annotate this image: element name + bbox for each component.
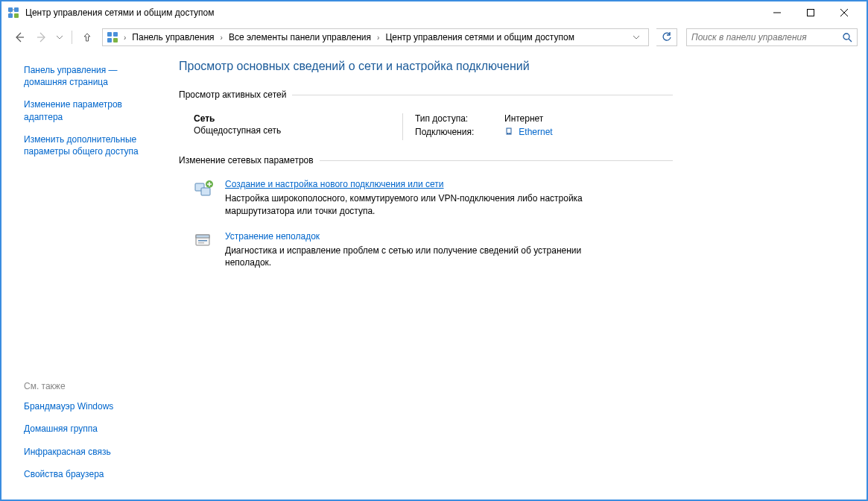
see-also-homegroup[interactable]: Домашняя группа [24, 423, 149, 435]
recent-dropdown-icon[interactable] [55, 34, 64, 40]
troubleshoot-icon [194, 231, 215, 252]
back-button[interactable] [10, 28, 28, 46]
task-new-connection-link[interactable]: Создание и настройка нового подключения … [225, 179, 627, 189]
breadcrumb-all-items[interactable]: Все элементы панели управления [226, 31, 374, 44]
search-box[interactable] [686, 28, 858, 46]
sidebar-link-home[interactable]: Панель управления — домашняя страница [24, 64, 149, 88]
access-type-value: Интернет [504, 113, 543, 124]
svg-rect-28 [196, 235, 209, 238]
svg-rect-30 [198, 242, 204, 244]
task-troubleshoot-desc: Диагностика и исправление проблем с сеть… [225, 245, 627, 270]
task-new-connection-desc: Настройка широкополосного, коммутируемог… [225, 192, 627, 218]
svg-line-17 [849, 39, 852, 42]
address-dropdown-icon[interactable] [633, 34, 647, 40]
svg-rect-12 [107, 32, 112, 37]
chevron-right-icon[interactable]: › [219, 34, 224, 42]
page-heading: Просмотр основных сведений о сети и наст… [179, 60, 837, 73]
svg-rect-23 [201, 188, 210, 195]
connections-label: Подключения: [415, 127, 504, 137]
svg-rect-3 [14, 13, 19, 18]
see-also-infrared[interactable]: Инфракрасная связь [24, 446, 149, 458]
sidebar-link-adapter-settings[interactable]: Изменение параметров адаптера [24, 98, 149, 122]
see-also-header: См. также [24, 381, 149, 391]
refresh-button[interactable] [656, 28, 677, 46]
search-icon[interactable] [843, 33, 852, 42]
minimize-button[interactable] [760, 2, 793, 23]
forward-button[interactable] [33, 28, 51, 46]
breadcrumb-control-panel[interactable]: Панель управления [129, 31, 217, 44]
access-type-label: Тип доступа: [415, 113, 504, 124]
new-connection-icon [194, 179, 215, 200]
svg-rect-29 [198, 240, 207, 242]
up-button[interactable] [80, 30, 95, 45]
navbar: › Панель управления › Все элементы панел… [1, 24, 867, 51]
svg-rect-0 [8, 7, 13, 12]
titlebar: Центр управления сетями и общим доступом [1, 1, 867, 24]
search-input[interactable] [691, 32, 843, 42]
content-area: Просмотр основных сведений о сети и наст… [158, 51, 867, 500]
address-bar[interactable]: › Панель управления › Все элементы панел… [102, 28, 649, 46]
svg-rect-15 [113, 38, 118, 42]
see-also-browser-properties[interactable]: Свойства браузера [24, 468, 149, 480]
network-type: Общедоступная сеть [194, 125, 402, 136]
ethernet-icon [504, 127, 513, 136]
address-icon [106, 31, 119, 44]
network-name: Сеть [194, 113, 402, 124]
connection-ethernet-link[interactable]: Ethernet [519, 127, 552, 137]
svg-rect-7 [807, 10, 814, 16]
breadcrumb-network-center[interactable]: Центр управления сетями и общим доступом [382, 31, 577, 44]
see-also-firewall[interactable]: Брандмауэр Windows [24, 400, 149, 412]
sidebar-link-sharing-settings[interactable]: Изменить дополнительные параметры общего… [24, 133, 149, 157]
section-active-networks: Просмотр активных сетей [179, 89, 837, 100]
maximize-button[interactable] [793, 2, 827, 23]
svg-rect-13 [113, 32, 118, 37]
chevron-right-icon[interactable]: › [376, 34, 381, 42]
svg-point-16 [843, 34, 849, 40]
close-button[interactable] [827, 2, 861, 23]
nav-separator [72, 31, 72, 44]
window-title: Центр управления сетями и общим доступом [25, 7, 760, 18]
section-change-settings: Изменение сетевых параметров [179, 155, 837, 166]
app-icon [7, 7, 19, 19]
chevron-right-icon[interactable]: › [122, 34, 127, 42]
sidebar: Панель управления — домашняя страница Из… [1, 51, 158, 500]
task-troubleshoot-link[interactable]: Устранение неполадок [225, 231, 627, 242]
svg-rect-2 [8, 13, 13, 18]
svg-rect-1 [14, 7, 19, 12]
svg-rect-14 [107, 38, 112, 42]
